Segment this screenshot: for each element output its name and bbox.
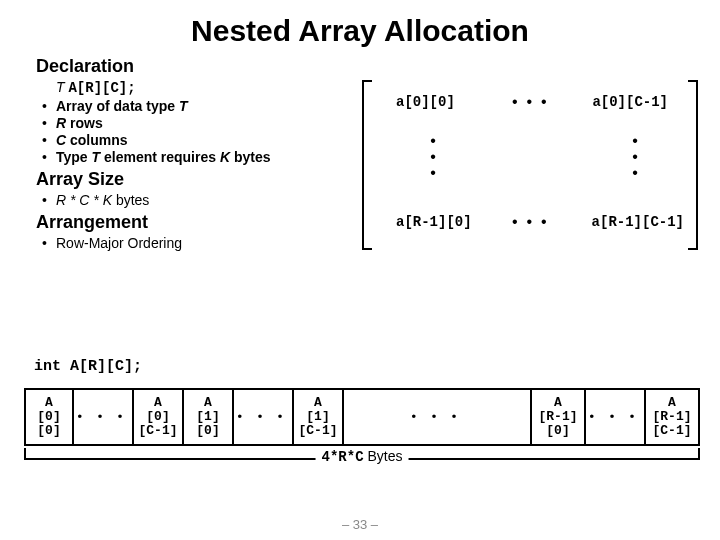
bracket-left bbox=[362, 80, 372, 250]
page-number: – 33 – bbox=[342, 517, 378, 532]
mem-cell: A [R-1] [C-1] bbox=[644, 390, 700, 444]
matrix-cell-tl: a[0][0] bbox=[396, 94, 455, 110]
mem-dots: • • • bbox=[344, 390, 530, 444]
matrix-diagram: a[0][0] • • • a[0][C-1] ••• ••• a[R-1][0… bbox=[362, 80, 698, 250]
dots-vertical: ••• bbox=[632, 132, 638, 180]
bracket-right bbox=[688, 80, 698, 250]
matrix-cell-bl: a[R-1][0] bbox=[396, 214, 472, 230]
mem-cell: A [1] [0] bbox=[184, 390, 234, 444]
memory-layout-row: A [0] [0] • • • A [0] [C-1] A [1] [0] • … bbox=[24, 388, 700, 446]
mem-cell: A [0] [C-1] bbox=[132, 390, 184, 444]
int-declaration: int A[R][C]; bbox=[34, 358, 142, 375]
matrix-cell-br: a[R-1][C-1] bbox=[592, 214, 684, 230]
dots-horizontal: • • • bbox=[512, 214, 547, 230]
brace-span: 4*R*C Bytes bbox=[24, 448, 700, 478]
dots-vertical: ••• bbox=[430, 132, 436, 180]
heading-declaration: Declaration bbox=[36, 56, 700, 77]
mem-dots: • • • bbox=[74, 390, 132, 444]
mem-cell: A [0] [0] bbox=[24, 390, 74, 444]
brace-label: 4*R*C Bytes bbox=[316, 448, 409, 465]
mem-dots: • • • bbox=[234, 390, 292, 444]
dots-horizontal: • • • bbox=[512, 94, 547, 110]
mem-cell: A [R-1] [0] bbox=[530, 390, 586, 444]
mem-cell: A [1] [C-1] bbox=[292, 390, 344, 444]
mem-dots: • • • bbox=[586, 390, 644, 444]
page-title: Nested Array Allocation bbox=[20, 14, 700, 48]
matrix-cell-tr: a[0][C-1] bbox=[592, 94, 668, 110]
